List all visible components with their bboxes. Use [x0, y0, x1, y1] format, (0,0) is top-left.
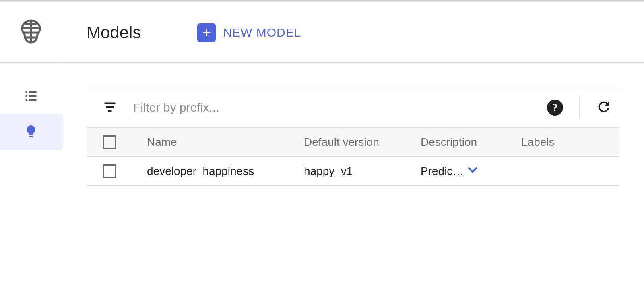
chevron-down-icon[interactable]: [466, 163, 479, 179]
sidebar-item-list[interactable]: [0, 79, 62, 114]
logo-container: [0, 2, 62, 63]
row-description-text: Predic…: [421, 165, 464, 178]
help-icon[interactable]: ?: [547, 100, 563, 116]
list-icon: [24, 89, 38, 105]
svg-rect-0: [26, 91, 28, 93]
page-header: Models + NEW MODEL: [62, 2, 644, 63]
refresh-button[interactable]: [596, 99, 612, 116]
sidebar: [0, 2, 62, 291]
filter-input[interactable]: [133, 101, 547, 114]
svg-rect-1: [29, 91, 37, 93]
new-model-button[interactable]: + NEW MODEL: [197, 23, 301, 42]
ml-engine-logo-icon: [18, 19, 44, 46]
column-header-name[interactable]: Name: [147, 136, 304, 149]
svg-rect-2: [26, 95, 28, 97]
sidebar-item-models[interactable]: [0, 114, 62, 150]
column-header-labels[interactable]: Labels: [521, 136, 612, 149]
header-checkbox-cell: [103, 135, 147, 149]
row-checkbox[interactable]: [103, 164, 116, 178]
filter-icon: [103, 100, 117, 116]
svg-rect-7: [106, 106, 114, 108]
divider: [579, 96, 580, 119]
svg-rect-4: [26, 99, 28, 101]
model-name-link[interactable]: developer_happiness: [147, 165, 254, 177]
row-checkbox-cell: [103, 164, 147, 178]
main-area: Models + NEW MODEL ?: [62, 2, 644, 291]
svg-rect-5: [29, 99, 37, 101]
models-panel: ? Name Default version Description: [87, 87, 620, 186]
table-row: developer_happiness happy_v1 Predic…: [87, 157, 620, 186]
page-title: Models: [87, 23, 141, 42]
plus-icon: +: [197, 23, 216, 42]
svg-rect-3: [29, 95, 37, 97]
table-header: Name Default version Description Labels: [87, 128, 620, 157]
row-description-cell: Predic…: [421, 163, 521, 179]
column-header-description[interactable]: Description: [421, 136, 521, 149]
svg-rect-8: [108, 110, 112, 112]
svg-rect-6: [105, 102, 116, 104]
row-default-version: happy_v1: [304, 165, 421, 178]
column-header-default-version[interactable]: Default version: [304, 136, 421, 149]
lightbulb-icon: [24, 124, 38, 140]
sidebar-items: [0, 63, 62, 150]
content: ? Name Default version Description: [62, 63, 644, 186]
app-layout: Models + NEW MODEL ?: [0, 2, 644, 291]
filter-bar: ?: [87, 87, 620, 128]
new-model-label: NEW MODEL: [223, 26, 301, 39]
select-all-checkbox[interactable]: [103, 135, 116, 149]
